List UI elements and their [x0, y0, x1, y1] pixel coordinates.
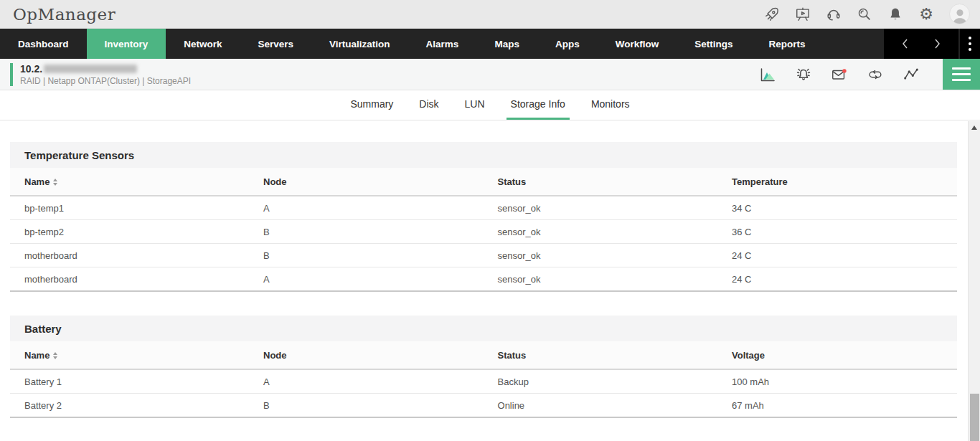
tab-disk[interactable]: Disk	[415, 90, 443, 120]
section-title: Battery	[10, 316, 957, 341]
column-header-voltage: Voltage	[727, 341, 957, 369]
device-meta: RAID | Netapp ONTAP(Cluster) | StorageAP…	[20, 76, 191, 86]
rocket-icon[interactable]	[764, 6, 780, 22]
nav-item-reports[interactable]: Reports	[750, 29, 823, 59]
device-header: 10.2. RAID | Netapp ONTAP(Cluster) | Sto…	[0, 59, 980, 90]
tab-storage-info[interactable]: Storage Info	[507, 90, 570, 120]
vertical-scrollbar[interactable]	[968, 121, 980, 441]
table-row: motherboard A sensor_ok 24 C	[10, 267, 957, 292]
search-icon[interactable]	[857, 6, 872, 22]
temperature-sensors-section: Temperature Sensors Name Node Status Tem…	[10, 142, 957, 292]
main-nav: Dashboard Inventory Network Servers Virt…	[0, 29, 980, 59]
device-tab-bar: Summary Disk LUN Storage Info Monitors	[0, 90, 980, 120]
chevron-left-icon[interactable]	[890, 29, 921, 59]
tab-lun[interactable]: LUN	[461, 90, 489, 120]
gear-icon[interactable]: ⚙	[918, 6, 934, 22]
column-header-status: Status	[494, 341, 728, 369]
nav-item-servers[interactable]: Servers	[240, 29, 312, 59]
opmanager-logo: OpManager	[13, 5, 116, 24]
tab-monitors[interactable]: Monitors	[587, 90, 634, 120]
top-header-icons: ⚙	[764, 4, 970, 24]
column-header-status: Status	[494, 168, 728, 195]
training-board-icon[interactable]	[795, 6, 811, 22]
tab-summary[interactable]: Summary	[346, 90, 397, 120]
support-headset-icon[interactable]	[826, 6, 842, 22]
bell-icon[interactable]	[887, 6, 903, 22]
nav-item-dashboard[interactable]: Dashboard	[0, 29, 87, 59]
nav-right-controls	[884, 29, 980, 59]
nav-item-maps[interactable]: Maps	[476, 29, 537, 59]
top-header: OpManager	[0, 0, 980, 29]
column-header-node: Node	[259, 168, 494, 195]
column-header-name[interactable]: Name	[20, 341, 259, 369]
battery-section: Battery Name Node Status Voltage Battery…	[10, 316, 957, 418]
redacted-ip	[44, 65, 137, 73]
sort-icon[interactable]	[53, 179, 57, 186]
scrollbar-up-arrow[interactable]	[969, 121, 980, 133]
column-header-temperature: Temperature	[727, 168, 957, 195]
alarm-bell-icon[interactable]	[795, 66, 812, 83]
section-title: Temperature Sensors	[10, 142, 957, 168]
area-chart-icon[interactable]	[759, 66, 776, 83]
table-row: Battery 2 B Online 67 mAh	[10, 394, 957, 418]
kebab-menu-icon[interactable]	[960, 29, 980, 59]
device-ip-title: 10.2.	[20, 63, 191, 75]
storage-info-content: Temperature Sensors Name Node Status Tem…	[0, 120, 980, 441]
table-header-row: Name Node Status Temperature	[10, 168, 957, 196]
nav-item-alarms[interactable]: Alarms	[408, 29, 477, 59]
table-row: bp-temp2 B sensor_ok 36 C	[10, 220, 957, 244]
nav-item-settings[interactable]: Settings	[677, 29, 750, 59]
nav-item-apps[interactable]: Apps	[537, 29, 598, 59]
nav-item-network[interactable]: Network	[166, 29, 240, 59]
chevron-right-icon[interactable]	[921, 29, 953, 59]
column-header-node: Node	[259, 341, 494, 369]
table-row: Battery 1 A Backup 100 mAh	[10, 370, 957, 394]
column-header-name[interactable]: Name	[20, 168, 259, 195]
scrollbar-thumb[interactable]	[970, 394, 979, 441]
device-status-accent	[10, 63, 13, 86]
line-graph-icon[interactable]	[903, 66, 920, 83]
sort-icon[interactable]	[53, 352, 57, 359]
nav-item-virtualization[interactable]: Virtualization	[311, 29, 408, 59]
dependency-loop-icon[interactable]	[867, 66, 884, 83]
user-avatar[interactable]	[949, 4, 970, 24]
device-actions	[759, 59, 980, 90]
nav-scroll-box	[884, 29, 958, 59]
table-row: bp-temp1 A sensor_ok 34 C	[10, 196, 957, 220]
mail-icon[interactable]	[831, 66, 848, 83]
hamburger-menu[interactable]	[943, 59, 980, 90]
table-row: motherboard B sensor_ok 24 C	[10, 244, 957, 267]
table-header-row: Name Node Status Voltage	[10, 341, 957, 370]
nav-item-workflow[interactable]: Workflow	[598, 29, 677, 59]
nav-item-inventory[interactable]: Inventory	[87, 29, 166, 59]
